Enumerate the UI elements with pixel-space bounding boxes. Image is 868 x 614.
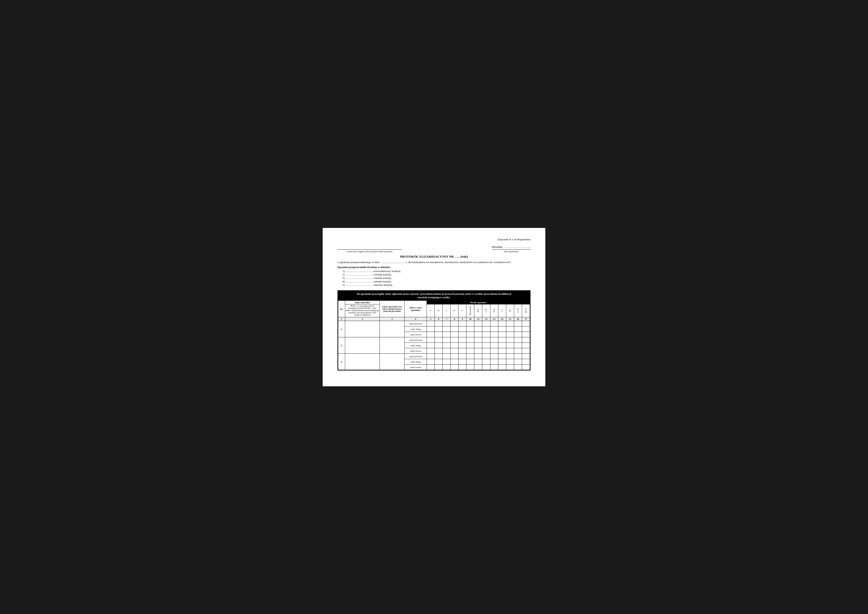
r2p1-T [459,337,467,343]
num-17: 17 [522,317,530,321]
r2p2-Poz [467,343,474,348]
col-zakres-c-header: Zakres części egzaminu [405,301,427,317]
r2p2-CE [482,343,490,348]
r2p3-D1E [522,348,530,354]
r3p3-DE [490,364,498,370]
r3p2-B [435,359,443,364]
r1p2-C1 [498,326,506,332]
col-imie-header: Imię i nazwisko [345,301,380,304]
col-Pozwolenie: Pozwolenie [467,304,474,317]
r1p2-CE [482,326,490,332]
r1p3-D1 [506,332,514,337]
r2p3-A [427,348,435,354]
r3p2-D [451,359,459,364]
annex-label: Załącznik nr 1 do Regulaminu [338,238,530,241]
r2p3-CE [482,348,490,354]
num-2: 2 [345,317,380,321]
exam-line: z egzaminu przeprowadzonego w dniu ……………… [338,260,530,264]
r3p3-C1 [498,364,506,370]
r2p3-D [451,348,459,354]
r3p3-C [443,364,451,370]
komisja-item-2: 2) ……………………….. - członek komisji; [343,273,530,276]
col-C1pE: C1+E [514,304,522,317]
r1p3-Poz [467,332,474,337]
r2p3-BE [474,348,482,354]
r2p3-C1E [514,348,522,354]
r2p2-BE [474,343,482,348]
r1p1-D [451,321,459,326]
col-D1pE: D1+E [522,304,530,317]
r1p2-D1E [522,326,530,332]
r3p3-A [427,364,435,370]
row-1-zakres-u [380,321,405,337]
row-1-imie [345,321,380,337]
r1p3-C1 [498,332,506,337]
r1p1-B [435,321,443,326]
r2p1-C1 [498,337,506,343]
r1p2-D1 [506,326,514,332]
r2p3-C [443,348,451,354]
komisja-item-5: 5) ……………………….. - sekretarz komisji. [343,283,530,286]
col-T: T [459,304,467,317]
r3p1-D1E [522,354,530,359]
r3p1-A [427,354,435,359]
row-3-part-1: część pierwsza [405,354,427,359]
num-10: 10 [467,317,474,321]
r3p1-D [451,354,459,359]
komisja-item-4: 4) ……………………….. - członek komisji; [343,280,530,283]
r3p2-A [427,359,435,364]
r3p3-Poz [467,364,474,370]
r1p3-BE [474,332,482,337]
r2p1-A [427,337,435,343]
col-lp-header: Lp. [338,301,345,317]
row-2-imie [345,337,380,354]
row-3-imie [345,354,380,370]
r1p3-D1E [522,332,530,337]
num-4: 4 [405,317,427,321]
num-1: 1 [338,317,345,321]
r2p3-DE [490,348,498,354]
r1p2-D [451,326,459,332]
r2p1-C1E [514,337,522,343]
r2p1-CE [482,337,490,343]
table-row: 2. część pierwsza [338,337,530,343]
r1p2-A [427,326,435,332]
row-1-part-2: część druga [405,326,427,332]
r3p1-Poz [467,354,474,359]
col-zakres-u-header: Zakres uprawnień oraz zakres kategorii p… [380,301,405,317]
r2p1-D [451,337,459,343]
row-1-part-3: część trzecia [405,332,427,337]
r2p2-C1 [498,343,506,348]
r3p1-T [459,354,467,359]
r3p3-CE [482,364,490,370]
r2p3-Poz [467,348,474,354]
num-9: 9 [459,317,467,321]
r3p2-BE [474,359,482,364]
row-2-part-3: część trzecia [405,348,427,354]
komisja-item-1: 1) ……………………….. - przewodniczący komisji; [343,270,530,273]
r1p1-Poz [467,321,474,326]
r2p2-DE [490,343,498,348]
row-1-part-1: część pierwsza [405,321,427,326]
col-C1: C1 [498,304,506,317]
title-block: PROTOKÓŁ EGZAMINACYJNY NR ….. /(rok) [338,255,530,259]
r1p1-T [459,321,467,326]
row-2-part-2: część druga [405,343,427,348]
r1p3-B [435,332,443,337]
num-5: 5 [427,317,435,321]
r1p3-C [443,332,451,337]
r2p2-A [427,343,435,348]
row-3-zakres-u [380,354,405,370]
r1p1-DE [490,321,498,326]
header-row: (oznaczenie organu, który przeprowadził … [338,245,530,253]
r3p3-C1E [514,364,522,370]
r1p1-C [443,321,451,326]
komisja-item-3: 3) ……………………….. - członek komisji; [343,276,530,279]
r1p2-C1E [514,326,522,332]
r3p3-D [451,364,459,370]
exam-table: Lp. Imię i nazwisko Zakres uprawnień ora… [338,301,530,370]
col-D1: D1 [506,304,514,317]
r1p1-A [427,321,435,326]
r1p2-DE [490,326,498,332]
row-1-num: 1. [338,321,345,337]
